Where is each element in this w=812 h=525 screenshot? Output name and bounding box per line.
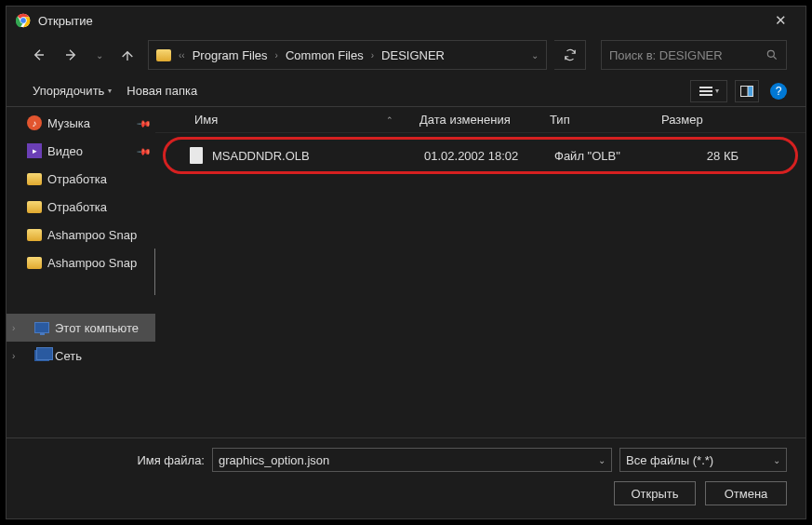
chevron-down-icon: ▾	[108, 87, 112, 95]
search-placeholder: Поиск в: DESIGNER	[609, 48, 765, 62]
column-header-size[interactable]: Размер	[654, 113, 726, 127]
computer-icon	[34, 322, 49, 333]
search-icon	[765, 48, 779, 61]
chevron-down-icon[interactable]: ⌄	[531, 50, 539, 61]
back-button[interactable]	[25, 42, 51, 68]
preview-pane-button[interactable]	[735, 80, 759, 102]
folder-icon	[27, 257, 42, 269]
video-icon: ▸	[27, 143, 42, 158]
sidebar-item-music[interactable]: ♪Музыка📌	[7, 109, 155, 137]
file-row[interactable]: MSADDNDR.OLB 01.02.2002 18:02 Файл "OLB"…	[163, 137, 798, 174]
sidebar: ♪Музыка📌 ▸Видео📌 Отработка Отработка Ash…	[7, 107, 155, 438]
window-title: Открытие	[38, 14, 765, 28]
chevron-right-icon: ›	[371, 50, 374, 61]
chevron-down-icon[interactable]: ⌄	[598, 455, 606, 465]
nav-row: ⌄ ‹‹ Program Files › Common Files › DESI…	[7, 34, 805, 75]
breadcrumb-segment[interactable]: Program Files	[193, 48, 268, 62]
file-type-filter[interactable]: Все файлы (*.*)⌄	[619, 448, 787, 472]
breadcrumb-segment[interactable]: DESIGNER	[381, 48, 445, 62]
svg-rect-6	[699, 90, 712, 92]
sidebar-item-folder[interactable]: Ashampoo Snap	[7, 249, 155, 276]
help-button[interactable]: ?	[770, 83, 787, 100]
open-dialog: Открытие ✕ ⌄ ‹‹ Program Files › Common F…	[6, 6, 806, 519]
titlebar: Открытие ✕	[7, 7, 805, 34]
new-folder-button[interactable]: Новая папка	[119, 80, 205, 101]
chevron-right-icon[interactable]: ›	[12, 323, 15, 333]
file-icon	[190, 147, 203, 164]
filename-input[interactable]: graphics_option.json⌄	[212, 448, 612, 472]
forward-button[interactable]	[59, 42, 85, 68]
chrome-icon	[16, 13, 31, 28]
history-dropdown[interactable]: ⌄	[92, 42, 107, 68]
open-button[interactable]: Открыть	[614, 481, 696, 505]
sidebar-item-network[interactable]: ›Сеть	[7, 342, 155, 370]
file-date: 01.02.2002 18:02	[424, 149, 554, 163]
search-input[interactable]: Поиск в: DESIGNER	[601, 40, 787, 70]
file-size: 28 КБ	[666, 149, 739, 163]
folder-icon	[27, 229, 42, 241]
breadcrumb[interactable]: ‹‹ Program Files › Common Files › DESIGN…	[148, 40, 547, 70]
sidebar-item-folder[interactable]: Отработка	[7, 193, 155, 221]
svg-rect-9	[748, 86, 753, 96]
column-headers: Имя⌃ Дата изменения Тип Размер	[155, 107, 805, 133]
cancel-button[interactable]: Отмена	[705, 481, 787, 505]
breadcrumb-segment[interactable]: Common Files	[286, 48, 364, 62]
file-type: Файл "OLB"	[554, 149, 666, 163]
filename-label: Имя файла:	[137, 453, 205, 467]
view-options-button[interactable]: ▾	[690, 80, 727, 102]
svg-point-4	[767, 50, 774, 57]
network-icon	[34, 350, 49, 361]
sidebar-item-video[interactable]: ▸Видео📌	[7, 137, 155, 165]
sidebar-item-computer[interactable]: ›Этот компьюте	[7, 314, 155, 342]
svg-point-2	[20, 18, 25, 22]
folder-icon	[156, 49, 171, 61]
organize-button[interactable]: Упорядочить ▾	[25, 80, 119, 101]
chevron-right-icon: ›	[275, 50, 278, 61]
folder-icon	[27, 173, 42, 185]
file-name: MSADDNDR.OLB	[212, 149, 424, 163]
close-button[interactable]: ✕	[765, 12, 796, 29]
music-icon: ♪	[27, 115, 42, 130]
pin-icon: 📌	[137, 115, 152, 130]
chevron-icon: ‹‹	[179, 50, 185, 61]
file-list: Имя⌃ Дата изменения Тип Размер MSADDNDR.…	[155, 107, 805, 438]
column-header-date[interactable]: Дата изменения	[412, 113, 542, 127]
pin-icon: 📌	[137, 143, 152, 158]
chevron-down-icon[interactable]: ⌄	[773, 455, 780, 465]
svg-rect-5	[699, 87, 712, 88]
sidebar-item-folder[interactable]: Ashampoo Snap	[7, 221, 155, 249]
folder-icon	[27, 201, 42, 213]
sort-indicator-icon: ⌃	[386, 115, 393, 125]
svg-rect-7	[699, 94, 712, 96]
dialog-footer: Имя файла: graphics_option.json⌄ Все фай…	[7, 438, 805, 518]
up-button[interactable]	[114, 42, 140, 68]
sidebar-item-folder[interactable]: Отработка	[7, 165, 155, 193]
column-header-name[interactable]: Имя⌃	[187, 113, 412, 127]
column-header-type[interactable]: Тип	[542, 113, 654, 127]
toolbar: Упорядочить ▾ Новая папка ▾ ?	[7, 75, 805, 107]
chevron-right-icon[interactable]: ›	[12, 351, 15, 361]
refresh-button[interactable]	[554, 40, 586, 70]
